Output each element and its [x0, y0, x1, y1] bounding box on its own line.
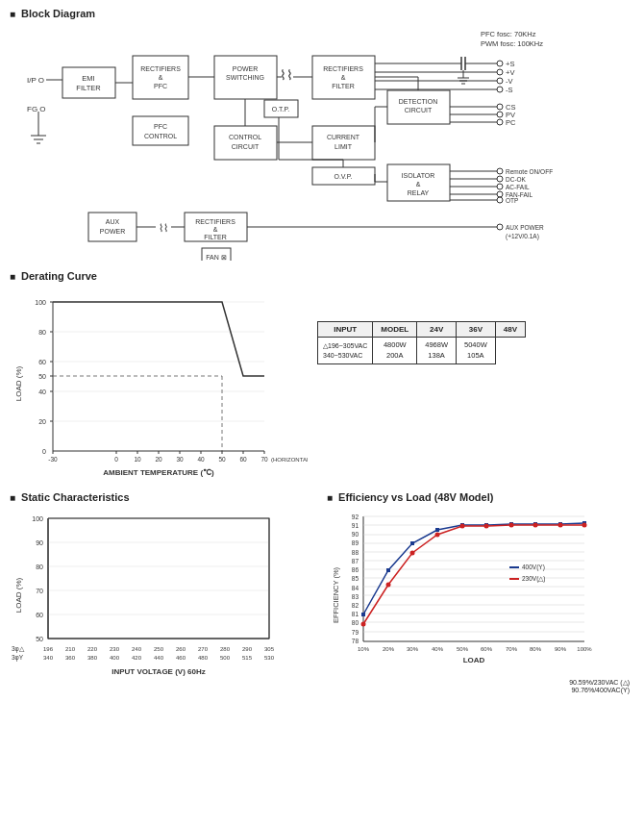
block-diagram-svg: PFC fosc: 70KHz PWM fosc: 100KHz I/P O F…	[10, 25, 634, 261]
svg-text:81: 81	[352, 611, 359, 617]
svg-text:500: 500	[220, 655, 231, 661]
block-diagram-header: Block Diagram	[10, 8, 634, 19]
emi-text2: FILTER	[76, 84, 101, 92]
svg-text:100%: 100%	[577, 646, 592, 652]
svg-text:50%: 50%	[457, 646, 469, 652]
svg-text:530: 530	[264, 655, 275, 661]
rect-filt2-t3: FILTER	[204, 234, 227, 240]
svg-point-186	[361, 622, 366, 627]
svg-text:89: 89	[352, 539, 359, 546]
pv-label: +V	[506, 68, 514, 77]
phase-delta-label: 3φ△	[12, 645, 25, 653]
table-model-header: MODEL	[373, 322, 417, 338]
model-table-area: INPUT MODEL 24V 36V 48V △196~305VAC340~5…	[317, 302, 526, 364]
rect-pfc-t1: RECTIFIERS	[140, 65, 181, 72]
isolator-t2: &	[416, 181, 421, 188]
remote-label: Remote ON/OFF	[506, 168, 553, 175]
svg-text:50: 50	[36, 636, 43, 642]
svg-text:40: 40	[38, 388, 46, 395]
svg-point-40	[497, 197, 503, 203]
table-v24-cell: 4800W200A	[373, 338, 417, 364]
svg-text:0: 0	[42, 448, 46, 455]
svg-text:60: 60	[36, 612, 43, 618]
svg-point-26	[497, 104, 503, 110]
svg-point-34	[497, 176, 503, 182]
static-header: Static Characteristics	[10, 491, 317, 503]
svg-text:20: 20	[155, 456, 162, 463]
svg-point-194	[558, 523, 563, 528]
phase-y-label: 3φY	[12, 654, 24, 662]
efficiency-chart-svg: EFFICIENCY (%) 92 91 90 89 88 87	[327, 509, 620, 687]
isolator-t1: ISOLATOR	[402, 172, 435, 179]
pwm-note: PWM fosc: 100KHz	[481, 39, 543, 48]
aux-val-label: (+12V/0.1A)	[506, 233, 539, 240]
power-sw-t1: POWER	[233, 65, 258, 72]
svg-point-18	[497, 61, 503, 66]
static-curve	[48, 518, 269, 639]
svg-text:88: 88	[352, 549, 359, 556]
svg-rect-178	[410, 541, 414, 545]
pfc-ctrl-t2: CONTROL	[144, 133, 177, 139]
table-input-cell: △196~305VAC340~530VAC	[318, 338, 373, 364]
svg-text:20%: 20%	[383, 646, 395, 652]
svg-text:84: 84	[352, 585, 359, 591]
svg-point-188	[410, 551, 415, 556]
svg-text:100: 100	[32, 515, 43, 522]
aux-pow-box	[88, 213, 136, 241]
efficiency-section: Efficiency vs Load (48V Model) EFFICIENC…	[327, 491, 634, 693]
svg-text:380: 380	[87, 655, 98, 661]
aux-pow-t1: AUX	[106, 218, 120, 225]
transformer: ⌇⌇	[280, 67, 293, 83]
ip-label: I/P O	[27, 76, 44, 85]
svg-rect-176	[361, 613, 365, 616]
ovp-text: O.V.P.	[334, 173, 352, 180]
svg-text:90%: 90%	[555, 646, 567, 652]
svg-text:40%: 40%	[432, 646, 444, 652]
curr-lim-t2: LIMIT	[334, 143, 353, 150]
detect-t2: CIRCUIT	[405, 107, 433, 113]
svg-point-195	[582, 523, 587, 528]
svg-text:290: 290	[242, 646, 253, 652]
sv-label: +S	[506, 60, 514, 68]
legend-400v-label: 400V(Y)	[522, 564, 545, 571]
dcok-label: DC-OK	[506, 176, 527, 183]
svg-point-28	[497, 112, 503, 117]
svg-text:360: 360	[65, 655, 76, 661]
efficiency-header: Efficiency vs Load (48V Model)	[327, 491, 634, 503]
svg-text:85: 85	[352, 575, 359, 582]
table-v48-cell: 5040W105A	[456, 338, 495, 364]
svg-point-191	[484, 524, 489, 529]
aux-pow-t2: POWER	[100, 228, 125, 235]
svg-text:(HORIZONTAL): (HORIZONTAL)	[271, 457, 308, 463]
svg-text:-30: -30	[48, 456, 58, 463]
table-v36-cell: 4968W138A	[417, 338, 457, 364]
svg-text:220: 220	[87, 646, 98, 652]
svg-point-36	[497, 184, 503, 189]
rect-pfc-t2: &	[159, 74, 163, 81]
svg-text:280: 280	[220, 646, 231, 652]
svg-text:20: 20	[38, 418, 46, 425]
pfc-ctrl-t1: PFC	[154, 123, 167, 130]
svg-text:250: 250	[154, 646, 164, 652]
svg-text:400: 400	[110, 655, 120, 661]
ctrl-t2: CIRCUIT	[232, 143, 260, 150]
table-48v-header: 48V	[495, 322, 525, 338]
table-row-1: △196~305VAC340~530VAC 4800W200A 4968W138…	[318, 338, 526, 364]
fg-label: FG O	[27, 105, 46, 113]
rect-filt2-t2: &	[213, 226, 218, 233]
ctrl-t1: CONTROL	[229, 134, 261, 140]
power-sw-t2: SWITCHING	[226, 74, 264, 81]
derating-chart-svg: LOAD (%) 100 80	[10, 288, 308, 480]
rect-filt-t3: FILTER	[332, 83, 355, 89]
svg-text:92: 92	[352, 514, 359, 520]
svg-point-187	[386, 583, 391, 588]
curr-lim-t1: CURRENT	[327, 134, 360, 140]
svg-text:60: 60	[38, 359, 46, 365]
svg-point-20	[497, 69, 503, 75]
static-section: Static Characteristics LOAD (%) 100 90 8…	[10, 491, 317, 693]
svg-text:70%: 70%	[506, 646, 518, 652]
derating-content: LOAD (%) 100 80	[10, 288, 634, 482]
block-diagram-section: Block Diagram PFC fosc: 70KHz PWM fosc: …	[10, 8, 634, 261]
svg-rect-177	[386, 568, 390, 572]
table-36v-header: 36V	[456, 322, 495, 338]
